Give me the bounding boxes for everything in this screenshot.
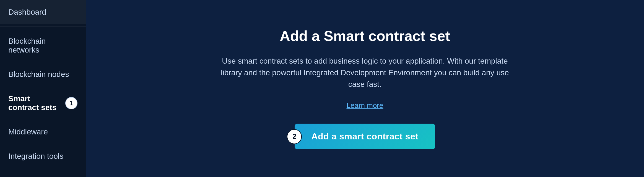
main-content: Add a Smart contract set Use smart contr… [86, 0, 644, 177]
sidebar: Dashboard Blockchain networks Blockchain… [0, 0, 86, 177]
sidebar-item-label: Blockchain networks [8, 37, 77, 54]
sidebar-item-label: Smart contract sets [8, 94, 61, 112]
sidebar-item-middleware[interactable]: Middleware [0, 120, 86, 144]
sidebar-item-label: Integration tools [8, 152, 63, 161]
page-description: Use smart contract sets to add business … [213, 55, 517, 90]
sidebar-item-blockchain-networks[interactable]: Blockchain networks [0, 29, 86, 62]
sidebar-item-label: Middleware [8, 127, 48, 136]
page-title: Add a Smart contract set [280, 28, 450, 44]
sidebar-item-integration-tools[interactable]: Integration tools [0, 144, 86, 168]
sidebar-item-label: Dashboard [8, 8, 46, 17]
smart-contract-sets-badge: 1 [65, 97, 77, 109]
add-button-badge: 2 [287, 129, 302, 144]
add-button-container: 2 Add a smart contract set [295, 124, 435, 149]
learn-more-link[interactable]: Learn more [347, 101, 383, 110]
sidebar-item-blockchain-nodes[interactable]: Blockchain nodes [0, 62, 86, 87]
sidebar-item-smart-contract-sets[interactable]: Smart contract sets 1 [0, 87, 86, 120]
sidebar-item-label: Blockchain nodes [8, 70, 69, 79]
add-smart-contract-set-button[interactable]: Add a smart contract set [295, 124, 435, 149]
sidebar-divider [0, 27, 86, 27]
sidebar-item-dashboard[interactable]: Dashboard [0, 0, 86, 24]
